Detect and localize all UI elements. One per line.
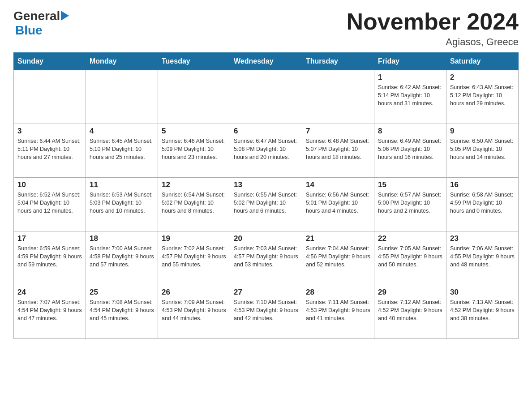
calendar-cell: 25Sunrise: 7:08 AM Sunset: 4:54 PM Dayli… [86, 285, 158, 339]
day-info: Sunrise: 6:47 AM Sunset: 5:08 PM Dayligh… [234, 137, 298, 161]
day-info: Sunrise: 6:45 AM Sunset: 5:10 PM Dayligh… [90, 137, 154, 161]
day-number: 4 [90, 127, 154, 136]
day-info: Sunrise: 7:11 AM Sunset: 4:53 PM Dayligh… [306, 298, 370, 322]
week-row-2: 3Sunrise: 6:44 AM Sunset: 5:11 PM Daylig… [14, 124, 519, 178]
day-number: 25 [90, 288, 154, 297]
day-header-sunday: Sunday [14, 53, 86, 70]
calendar-cell: 29Sunrise: 7:12 AM Sunset: 4:52 PM Dayli… [374, 285, 446, 339]
day-number: 30 [450, 288, 515, 297]
calendar-cell [14, 70, 86, 124]
calendar-cell: 20Sunrise: 7:03 AM Sunset: 4:57 PM Dayli… [230, 231, 302, 285]
calendar-cell: 23Sunrise: 7:06 AM Sunset: 4:55 PM Dayli… [446, 231, 519, 285]
svg-marker-0 [61, 11, 69, 21]
day-info: Sunrise: 7:02 AM Sunset: 4:57 PM Dayligh… [162, 244, 226, 269]
calendar-cell: 15Sunrise: 6:57 AM Sunset: 5:00 PM Dayli… [374, 178, 446, 231]
day-number: 27 [234, 288, 298, 297]
calendar-cell: 1Sunrise: 6:42 AM Sunset: 5:14 PM Daylig… [374, 70, 446, 124]
calendar-cell: 18Sunrise: 7:00 AM Sunset: 4:58 PM Dayli… [86, 231, 158, 285]
day-number: 8 [378, 127, 442, 136]
day-info: Sunrise: 7:06 AM Sunset: 4:55 PM Dayligh… [450, 244, 515, 269]
day-info: Sunrise: 6:56 AM Sunset: 5:01 PM Dayligh… [306, 191, 370, 215]
calendar-cell: 6Sunrise: 6:47 AM Sunset: 5:08 PM Daylig… [230, 124, 302, 178]
week-row-4: 17Sunrise: 6:59 AM Sunset: 4:59 PM Dayli… [14, 231, 519, 285]
calendar-cell: 19Sunrise: 7:02 AM Sunset: 4:57 PM Dayli… [158, 231, 230, 285]
calendar-cell: 17Sunrise: 6:59 AM Sunset: 4:59 PM Dayli… [14, 231, 86, 285]
calendar-cell: 26Sunrise: 7:09 AM Sunset: 4:53 PM Dayli… [158, 285, 230, 339]
day-number: 18 [90, 234, 154, 243]
day-info: Sunrise: 6:50 AM Sunset: 5:05 PM Dayligh… [450, 137, 515, 161]
day-number: 23 [450, 234, 515, 243]
day-number: 3 [17, 127, 82, 136]
day-number: 22 [378, 234, 442, 243]
day-header-wednesday: Wednesday [230, 53, 302, 70]
calendar-cell: 24Sunrise: 7:07 AM Sunset: 4:54 PM Dayli… [14, 285, 86, 339]
day-info: Sunrise: 7:10 AM Sunset: 4:53 PM Dayligh… [234, 298, 298, 322]
week-row-5: 24Sunrise: 7:07 AM Sunset: 4:54 PM Dayli… [14, 285, 519, 339]
calendar-cell: 21Sunrise: 7:04 AM Sunset: 4:56 PM Dayli… [302, 231, 374, 285]
day-info: Sunrise: 6:43 AM Sunset: 5:12 PM Dayligh… [450, 83, 515, 107]
day-info: Sunrise: 6:57 AM Sunset: 5:00 PM Dayligh… [378, 191, 442, 215]
calendar-cell [86, 70, 158, 124]
day-info: Sunrise: 6:44 AM Sunset: 5:11 PM Dayligh… [17, 137, 82, 161]
day-info: Sunrise: 6:58 AM Sunset: 4:59 PM Dayligh… [450, 191, 515, 215]
calendar-cell: 5Sunrise: 6:46 AM Sunset: 5:09 PM Daylig… [158, 124, 230, 178]
day-info: Sunrise: 7:12 AM Sunset: 4:52 PM Dayligh… [378, 298, 442, 322]
day-info: Sunrise: 6:54 AM Sunset: 5:02 PM Dayligh… [162, 191, 226, 215]
day-header-friday: Friday [374, 53, 446, 70]
day-info: Sunrise: 7:00 AM Sunset: 4:58 PM Dayligh… [90, 244, 154, 269]
calendar-cell: 9Sunrise: 6:50 AM Sunset: 5:05 PM Daylig… [446, 124, 519, 178]
day-number: 15 [378, 180, 442, 189]
calendar-cell: 10Sunrise: 6:52 AM Sunset: 5:04 PM Dayli… [14, 178, 86, 231]
day-number: 21 [306, 234, 370, 243]
day-info: Sunrise: 7:05 AM Sunset: 4:55 PM Dayligh… [378, 244, 442, 269]
day-info: Sunrise: 7:04 AM Sunset: 4:56 PM Dayligh… [306, 244, 370, 269]
day-header-thursday: Thursday [302, 53, 374, 70]
day-number: 13 [234, 180, 298, 189]
day-header-tuesday: Tuesday [158, 53, 230, 70]
calendar-cell [230, 70, 302, 124]
calendar-cell: 22Sunrise: 7:05 AM Sunset: 4:55 PM Dayli… [374, 231, 446, 285]
calendar-cell: 3Sunrise: 6:44 AM Sunset: 5:11 PM Daylig… [14, 124, 86, 178]
logo-general-text: General [13, 9, 60, 23]
day-number: 10 [17, 180, 82, 189]
calendar-cell [302, 70, 374, 124]
day-header-monday: Monday [86, 53, 158, 70]
calendar-cell: 13Sunrise: 6:55 AM Sunset: 5:02 PM Dayli… [230, 178, 302, 231]
calendar-cell: 7Sunrise: 6:48 AM Sunset: 5:07 PM Daylig… [302, 124, 374, 178]
day-number: 5 [162, 127, 226, 136]
calendar-cell: 12Sunrise: 6:54 AM Sunset: 5:02 PM Dayli… [158, 178, 230, 231]
day-info: Sunrise: 7:03 AM Sunset: 4:57 PM Dayligh… [234, 244, 298, 269]
calendar-cell: 4Sunrise: 6:45 AM Sunset: 5:10 PM Daylig… [86, 124, 158, 178]
day-info: Sunrise: 6:48 AM Sunset: 5:07 PM Dayligh… [306, 137, 370, 161]
calendar-cell: 14Sunrise: 6:56 AM Sunset: 5:01 PM Dayli… [302, 178, 374, 231]
day-number: 26 [162, 288, 226, 297]
day-number: 7 [306, 127, 370, 136]
location: Agiasos, Greece [347, 36, 519, 48]
logo-blue-text: Blue [15, 23, 43, 37]
calendar-cell: 30Sunrise: 7:13 AM Sunset: 4:52 PM Dayli… [446, 285, 519, 339]
calendar-cell [158, 70, 230, 124]
day-info: Sunrise: 6:42 AM Sunset: 5:14 PM Dayligh… [378, 83, 442, 107]
calendar-table: SundayMondayTuesdayWednesdayThursdayFrid… [13, 52, 519, 339]
day-info: Sunrise: 7:07 AM Sunset: 4:54 PM Dayligh… [17, 298, 82, 322]
day-number: 2 [450, 73, 515, 82]
day-info: Sunrise: 6:46 AM Sunset: 5:09 PM Dayligh… [162, 137, 226, 161]
day-info: Sunrise: 6:55 AM Sunset: 5:02 PM Dayligh… [234, 191, 298, 215]
calendar-cell: 28Sunrise: 7:11 AM Sunset: 4:53 PM Dayli… [302, 285, 374, 339]
title-section: November 2024 Agiasos, Greece [347, 9, 519, 48]
day-number: 29 [378, 288, 442, 297]
day-number: 11 [90, 180, 154, 189]
day-number: 9 [450, 127, 515, 136]
day-number: 6 [234, 127, 298, 136]
week-row-3: 10Sunrise: 6:52 AM Sunset: 5:04 PM Dayli… [14, 178, 519, 231]
day-info: Sunrise: 6:59 AM Sunset: 4:59 PM Dayligh… [17, 244, 82, 269]
day-info: Sunrise: 7:08 AM Sunset: 4:54 PM Dayligh… [90, 298, 154, 322]
day-info: Sunrise: 7:09 AM Sunset: 4:53 PM Dayligh… [162, 298, 226, 322]
day-header-saturday: Saturday [446, 53, 519, 70]
calendar-cell: 2Sunrise: 6:43 AM Sunset: 5:12 PM Daylig… [446, 70, 519, 124]
day-number: 19 [162, 234, 226, 243]
day-number: 12 [162, 180, 226, 189]
day-number: 14 [306, 180, 370, 189]
week-row-1: 1Sunrise: 6:42 AM Sunset: 5:14 PM Daylig… [14, 70, 519, 124]
day-number: 28 [306, 288, 370, 297]
